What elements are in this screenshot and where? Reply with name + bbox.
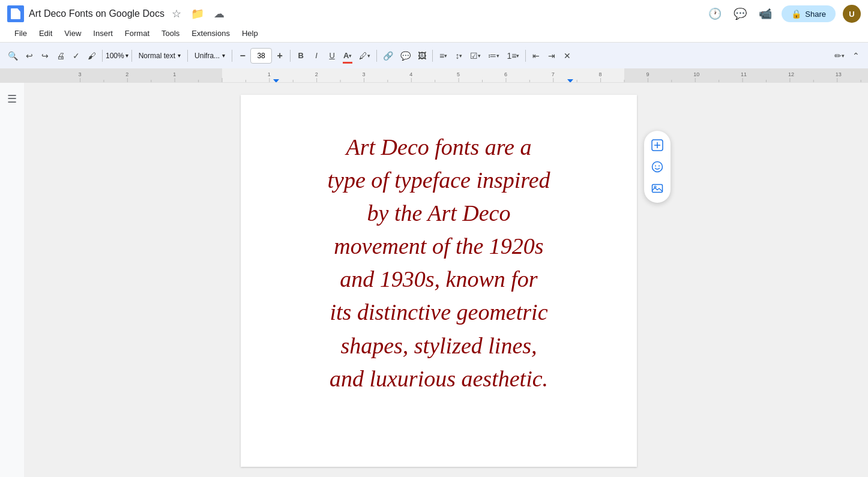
align-icon: ≡ [439,51,444,61]
divider-6 [376,50,377,62]
line-spacing-chevron-icon: ▾ [459,53,462,59]
menu-help[interactable]: Help [237,27,263,40]
document-title[interactable]: Art Deco Fonts on Google Docs [29,8,164,19]
title-icons: ☆ 📁 ☁ [169,5,227,23]
font-chevron-icon: ▾ [222,52,225,59]
left-sidebar: ☰ [0,83,24,477]
bold-button[interactable]: B [294,47,308,65]
share-label: Share [805,10,826,19]
italic-button[interactable]: I [309,47,324,65]
underline-label: U [329,51,334,60]
line-spacing-button[interactable]: ↕ ▾ [451,47,466,65]
menu-edit[interactable]: Edit [34,27,57,40]
expand-button[interactable]: ⌃ [849,47,863,65]
font-label: Unifra... [194,52,220,60]
checklist-icon: ☑ [470,51,478,61]
zoom-control[interactable]: 100% ▾ [106,52,128,60]
print-button[interactable]: 🖨 [53,47,68,65]
menu-bar: File Edit View Insert Format Tools Exten… [0,24,868,42]
svg-point-3 [653,162,663,172]
checklist-button[interactable]: ☑ ▾ [467,47,484,65]
google-docs-icon [7,5,24,22]
font-size-input[interactable] [250,48,272,64]
lock-icon: 🔒 [791,9,801,19]
font-size-increase-button[interactable]: + [273,47,287,65]
outline-toggle-button[interactable]: ☰ [7,92,17,106]
comment-button[interactable]: 💬 [731,5,749,23]
menu-format[interactable]: Format [120,27,154,40]
numbered-list-button[interactable]: 1≡ ▾ [504,47,522,65]
style-label: Normal text [139,52,175,60]
svg-point-5 [659,166,660,167]
divider-3 [187,50,188,62]
svg-point-4 [655,166,656,167]
document-container[interactable]: Art Deco fonts are a type of typeface in… [24,83,854,477]
divider-1 [102,50,103,62]
meet-button[interactable]: 📹 [756,5,774,23]
underline-button[interactable]: U [325,47,339,65]
star-button[interactable]: ☆ [169,5,184,23]
document-page: Art Deco fonts are a type of typeface in… [241,95,637,467]
font-size-decrease-button[interactable]: − [235,47,250,65]
divider-8 [525,50,526,62]
svg-point-7 [654,186,656,188]
numbered-icon: 1≡ [507,51,516,61]
search-button[interactable]: 🔍 [5,47,21,65]
bullets-icon: ≔ [488,51,496,61]
toolbar: 🔍 ↩ ↪ 🖨 ✓ 🖌 100% ▾ Normal text ▾ Unifra.… [0,42,868,68]
align-chevron-icon: ▾ [444,53,447,59]
divider-5 [290,50,291,62]
comment-add-button[interactable]: 💬 [397,47,414,65]
checklist-chevron-icon: ▾ [478,53,481,59]
zoom-dropdown-icon: ▾ [125,52,128,59]
font-dropdown[interactable]: Unifra... ▾ [191,47,229,64]
divider-2 [131,50,132,62]
ruler [0,68,868,83]
image-button[interactable]: 🖼 [415,47,429,65]
svg-rect-6 [653,185,663,193]
history-button[interactable]: 🕐 [706,5,724,23]
undo-button[interactable]: ↩ [22,47,37,65]
float-image-button[interactable] [648,179,667,198]
zoom-value: 100% [106,52,124,60]
float-add-button[interactable] [648,136,667,155]
document-text: Art Deco fonts are a type of typeface in… [289,131,589,395]
style-dropdown[interactable]: Normal text ▾ [135,47,184,64]
highlight-icon: 🖊 [359,51,367,61]
bullets-chevron-icon: ▾ [496,53,499,59]
document-content[interactable]: Art Deco fonts are a type of typeface in… [289,131,589,395]
move-button[interactable]: 📁 [188,5,206,23]
right-scrollbar-area [854,83,868,477]
share-button[interactable]: 🔒 Share [782,5,836,22]
paint-format-button[interactable]: 🖌 [85,47,99,65]
bullets-button[interactable]: ≔ ▾ [485,47,502,65]
indent-less-button[interactable]: ⇤ [529,47,543,65]
menu-insert[interactable]: Insert [88,27,118,40]
edit-chevron-icon: ▾ [842,53,845,59]
indent-more-button[interactable]: ⇥ [544,47,559,65]
user-avatar[interactable]: U [843,5,861,23]
menu-extensions[interactable]: Extensions [187,27,235,40]
spellcheck-button[interactable]: ✓ [69,47,83,65]
menu-view[interactable]: View [59,27,86,40]
divider-7 [432,50,433,62]
redo-button[interactable]: ↪ [38,47,52,65]
font-size-control: − + [235,47,287,65]
bold-label: B [298,51,303,60]
float-emoji-button[interactable] [648,157,667,176]
clear-formatting-button[interactable]: ✕ [560,47,574,65]
cloud-button[interactable]: ☁ [211,5,227,23]
title-bar: Art Deco Fonts on Google Docs ☆ 📁 ☁ 🕐 💬 … [0,0,868,24]
text-color-dropdown-icon: ▾ [349,53,352,59]
menu-tools[interactable]: Tools [157,27,184,40]
text-color-button[interactable]: A ▾ [340,47,355,65]
align-button[interactable]: ≡ ▾ [436,47,450,65]
italic-label: I [315,51,318,60]
numbered-chevron-icon: ▾ [516,53,519,59]
floating-actions-panel [644,131,671,203]
edit-mode-button[interactable]: ✏ ▾ [831,47,848,65]
menu-file[interactable]: File [10,27,32,40]
header-actions: 🕐 💬 📹 🔒 Share U [706,5,861,23]
link-button[interactable]: 🔗 [380,47,396,65]
highlight-button[interactable]: 🖊 ▾ [356,47,373,65]
